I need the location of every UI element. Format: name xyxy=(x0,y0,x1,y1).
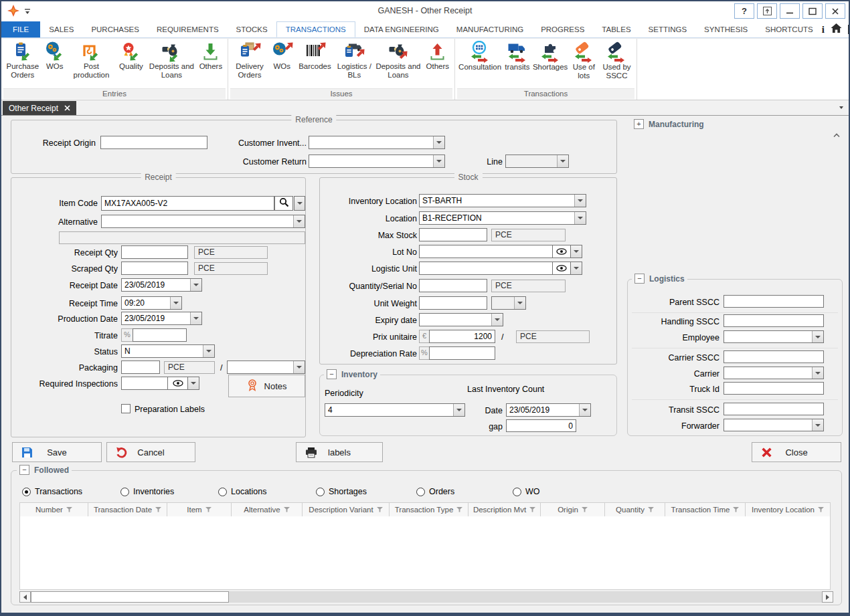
tab-shortcuts[interactable]: SHORTCUTS xyxy=(756,21,821,37)
ribbon-item-barcodes[interactable]: Barcodes xyxy=(295,41,335,71)
table-body[interactable] xyxy=(19,516,831,590)
tab-sales[interactable]: SALES xyxy=(40,21,82,37)
max-stock-input[interactable] xyxy=(419,228,487,241)
info-icon[interactable]: i xyxy=(822,24,825,35)
receipt-origin-input[interactable] xyxy=(100,136,207,149)
last-count-date-picker[interactable]: 23/05/2019 xyxy=(506,403,591,417)
required-inspections-input[interactable] xyxy=(121,377,168,390)
ribbon-item-purchase-orders[interactable]: Purchase Orders xyxy=(3,41,42,80)
horizontal-scrollbar[interactable] xyxy=(19,591,833,603)
titrate-input[interactable] xyxy=(133,328,187,342)
chevron-down-icon[interactable] xyxy=(579,404,590,416)
tab-manufacturing[interactable]: MANUFACTURING xyxy=(448,21,532,37)
collapse-inventory-button[interactable]: − xyxy=(327,369,337,379)
column-header-transaction-type[interactable]: Transaction Type xyxy=(390,503,469,516)
tab-list-caret-icon[interactable] xyxy=(839,106,843,109)
filter-icon[interactable] xyxy=(377,506,383,514)
scrollbar-thumb[interactable] xyxy=(31,591,229,603)
ribbon-item-wos-issue[interactable]: WOs xyxy=(269,41,295,71)
filter-icon[interactable] xyxy=(529,506,535,514)
packaging-combo[interactable] xyxy=(227,361,305,374)
ribbon-item-deposits-loans-entry[interactable]: Deposits and Loans xyxy=(147,41,196,80)
unit-weight-combo[interactable] xyxy=(491,296,526,310)
required-inspections-view-button[interactable] xyxy=(167,377,188,390)
logistic-unit-input[interactable] xyxy=(419,262,553,275)
chevron-down-icon[interactable] xyxy=(812,367,823,379)
ribbon-item-transits[interactable]: transits xyxy=(503,41,532,72)
filter-icon[interactable] xyxy=(66,506,72,514)
scraped-qty-input[interactable] xyxy=(121,262,188,275)
ribbon-pin-button[interactable] xyxy=(757,3,777,19)
gap-input[interactable] xyxy=(506,419,576,432)
chevron-down-icon[interactable] xyxy=(491,314,503,326)
scroll-right-button[interactable] xyxy=(822,591,833,603)
ribbon-item-shortages[interactable]: Shortages xyxy=(532,41,569,72)
chevron-down-icon[interactable] xyxy=(293,361,305,373)
receipt-date-picker[interactable]: 23/05/2019 xyxy=(121,278,202,292)
tab-file[interactable]: FILE xyxy=(1,21,40,37)
ribbon-item-used-by-sscc[interactable]: Used by SSCC xyxy=(599,41,634,80)
column-header-origin[interactable]: Origin xyxy=(541,503,605,516)
carrier-combo[interactable] xyxy=(724,367,824,379)
employee-combo[interactable] xyxy=(724,330,824,343)
tab-progress[interactable]: PROGRESS xyxy=(532,21,593,37)
column-header-inventory-location[interactable]: Inventory Location xyxy=(746,503,830,516)
ribbon-item-deposits-loans-issue[interactable]: Deposits and Loans xyxy=(373,41,422,80)
production-date-picker[interactable]: 23/05/2019 xyxy=(121,312,202,325)
ribbon-item-post-production[interactable]: Post production xyxy=(68,41,115,80)
ribbon-item-logistics-bls[interactable]: Logistics / BLs xyxy=(335,41,373,80)
customer-return-combo[interactable] xyxy=(309,155,445,168)
filter-radio-inventories[interactable]: Inventories xyxy=(120,487,174,496)
scroll-left-button[interactable] xyxy=(19,591,31,603)
chevron-down-icon[interactable] xyxy=(574,212,586,224)
labels-button[interactable]: labels xyxy=(296,442,383,462)
filter-icon[interactable] xyxy=(205,506,211,514)
item-code-dropdown[interactable] xyxy=(294,196,305,211)
filter-icon[interactable] xyxy=(284,506,290,514)
receipt-qty-input[interactable] xyxy=(121,245,188,259)
lot-no-input[interactable] xyxy=(419,245,553,258)
collapse-logistics-button[interactable]: − xyxy=(634,274,645,284)
tab-purchases[interactable]: PURCHASES xyxy=(82,21,148,37)
inventory-location-combo[interactable]: ST-BARTH xyxy=(419,194,586,207)
customer-inventory-combo[interactable] xyxy=(309,136,445,149)
filter-radio-wo[interactable]: WO xyxy=(513,487,540,496)
document-tab-other-receipt[interactable]: Other Receipt xyxy=(3,101,76,115)
maximize-button[interactable] xyxy=(802,3,823,19)
depreciation-rate-input[interactable] xyxy=(429,346,495,360)
filter-icon[interactable] xyxy=(733,506,739,514)
truck-id-input[interactable] xyxy=(724,382,824,395)
filter-radio-shortages[interactable]: Shortages xyxy=(316,487,367,496)
tab-settings[interactable]: SETTINGS xyxy=(640,21,696,37)
tab-requirements[interactable]: REQUIREMENTS xyxy=(148,21,228,37)
chevron-down-icon[interactable] xyxy=(571,245,582,258)
filter-radio-locations[interactable]: Locations xyxy=(218,487,267,496)
help-button[interactable]: ? xyxy=(734,3,754,19)
required-inspections-dropdown[interactable] xyxy=(187,377,199,390)
close-button[interactable]: Close xyxy=(752,442,841,462)
filter-icon[interactable] xyxy=(582,506,588,514)
collapse-followed-button[interactable]: − xyxy=(19,465,29,475)
filter-radio-transactions[interactable]: Transactions xyxy=(22,487,82,496)
column-header-quantity[interactable]: Quantity xyxy=(605,503,665,516)
filter-icon[interactable] xyxy=(648,506,654,514)
expiry-date-picker[interactable] xyxy=(419,313,503,326)
chevron-down-icon[interactable] xyxy=(190,312,201,324)
home-icon[interactable] xyxy=(831,23,842,35)
chevron-down-icon[interactable] xyxy=(203,345,214,357)
column-header-description-mvt[interactable]: Description Mvt xyxy=(469,503,541,516)
column-header-description-variant[interactable]: Description Variant xyxy=(303,503,390,516)
parent-sscc-input[interactable] xyxy=(724,295,824,308)
tab-synthesis[interactable]: SYNTHESIS xyxy=(695,21,756,37)
location-combo[interactable]: B1-RECEPTION xyxy=(419,211,586,225)
chevron-down-icon[interactable] xyxy=(812,419,823,431)
filter-radio-orders[interactable]: Orders xyxy=(416,487,454,496)
column-header-transaction-date[interactable]: Transaction Date xyxy=(88,503,167,516)
ribbon-item-others-issue[interactable]: Others xyxy=(423,41,452,71)
filter-icon[interactable] xyxy=(456,506,462,514)
forwarder-combo[interactable] xyxy=(724,419,824,431)
item-code-input[interactable] xyxy=(101,196,274,211)
column-header-number[interactable]: Number xyxy=(20,503,88,516)
handling-sscc-input[interactable] xyxy=(724,314,824,327)
ribbon-item-consultation[interactable]: Consultation xyxy=(457,41,503,72)
